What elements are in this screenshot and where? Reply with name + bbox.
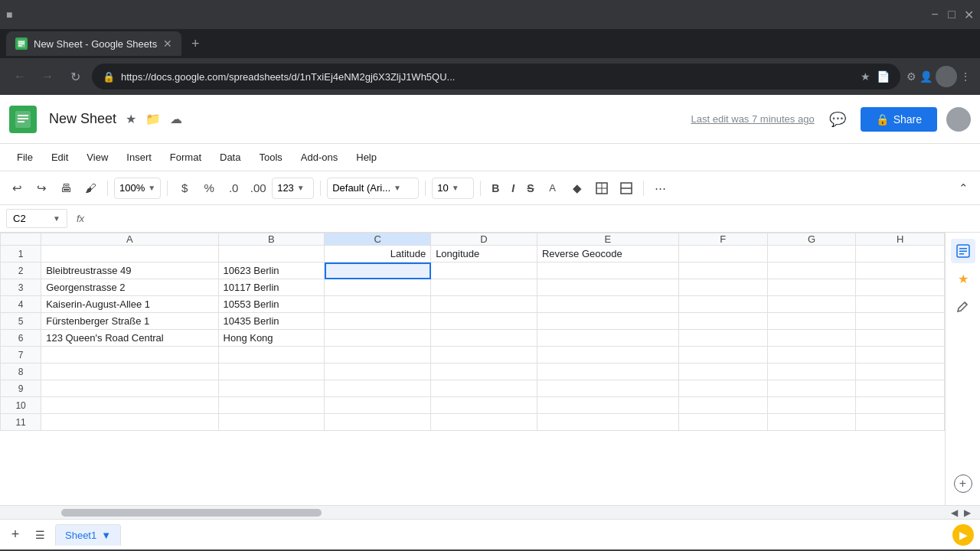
cell-g10[interactable] <box>767 397 856 414</box>
bold-button[interactable]: B <box>487 178 504 199</box>
cell-d7[interactable] <box>431 347 537 364</box>
col-header-b[interactable]: B <box>218 233 325 246</box>
maximize-button[interactable]: □ <box>946 9 957 20</box>
cell-b3[interactable]: 10117 Berlin <box>218 279 325 296</box>
sheet-explore-button[interactable]: ▶ <box>952 524 974 546</box>
cell-b5[interactable]: 10435 Berlin <box>218 313 325 330</box>
cell-c11[interactable] <box>325 414 431 431</box>
row-number-cell[interactable]: 9 <box>1 380 41 397</box>
cell-f7[interactable] <box>678 347 767 364</box>
menu-format[interactable]: Format <box>162 148 209 166</box>
sheet-tab-sheet1[interactable]: Sheet1 ▼ <box>55 524 121 546</box>
cell-g5[interactable] <box>767 313 856 330</box>
cell-h7[interactable] <box>856 347 945 364</box>
cell-a8[interactable] <box>41 364 218 380</box>
cell-d5[interactable] <box>431 313 537 330</box>
decimal-decrease-button[interactable]: .0 <box>223 178 244 199</box>
format-number-select[interactable]: 123 ▼ <box>272 178 314 199</box>
cell-b11[interactable] <box>218 414 325 431</box>
row-number-cell[interactable]: 10 <box>1 397 41 414</box>
cell-g7[interactable] <box>767 347 856 364</box>
cell-b8[interactable] <box>218 364 325 380</box>
merge-cells-button[interactable] <box>616 178 637 199</box>
print-button[interactable]: 🖶 <box>55 178 77 199</box>
cell-f8[interactable] <box>678 364 767 380</box>
cell-c9[interactable] <box>325 380 431 397</box>
sheet-tab-chevron-icon[interactable]: ▼ <box>101 530 111 541</box>
row-number-cell[interactable]: 11 <box>1 414 41 431</box>
cell-a1[interactable] <box>41 246 218 262</box>
italic-button[interactable]: I <box>507 178 519 199</box>
cell-e9[interactable] <box>537 380 678 397</box>
cell-g3[interactable] <box>767 279 856 296</box>
edit-panel-icon[interactable] <box>951 294 975 318</box>
col-header-f[interactable]: F <box>678 233 767 246</box>
menu-edit[interactable]: Edit <box>44 148 76 166</box>
cell-h11[interactable] <box>856 414 945 431</box>
cell-h3[interactable] <box>856 279 945 296</box>
reload-button[interactable]: ↻ <box>64 66 86 87</box>
row-number-cell[interactable]: 3 <box>1 279 41 296</box>
cell-f4[interactable] <box>678 296 767 313</box>
currency-button[interactable]: $ <box>174 178 195 199</box>
cell-d1[interactable]: Longitude <box>431 246 537 262</box>
cell-h4[interactable] <box>856 296 945 313</box>
cell-d4[interactable] <box>431 296 537 313</box>
row-number-cell[interactable]: 4 <box>1 296 41 313</box>
more-menu-icon[interactable]: ⋮ <box>960 70 971 83</box>
cell-d6[interactable] <box>431 330 537 347</box>
row-number-cell[interactable]: 6 <box>1 330 41 347</box>
cell-d11[interactable] <box>431 414 537 431</box>
cell-c2[interactable] <box>325 262 431 279</box>
browser-tab-sheets[interactable]: New Sheet - Google Sheets ✕ <box>6 31 181 56</box>
back-button[interactable]: ← <box>9 66 31 87</box>
cell-c3[interactable] <box>325 279 431 296</box>
cell-a9[interactable] <box>41 380 218 397</box>
add-panel-icon[interactable]: + <box>954 474 972 493</box>
cell-g4[interactable] <box>767 296 856 313</box>
cell-e11[interactable] <box>537 414 678 431</box>
cell-c5[interactable] <box>325 313 431 330</box>
cell-f5[interactable] <box>678 313 767 330</box>
user-avatar[interactable] <box>936 66 957 87</box>
minimize-button[interactable]: − <box>929 9 940 20</box>
cell-b1[interactable] <box>218 246 325 262</box>
menu-addons[interactable]: Add-ons <box>293 148 345 166</box>
col-header-c[interactable]: C <box>325 233 431 246</box>
cell-f11[interactable] <box>678 414 767 431</box>
menu-help[interactable]: Help <box>348 148 384 166</box>
user-profile-avatar[interactable] <box>946 107 971 132</box>
cell-e7[interactable] <box>537 347 678 364</box>
cell-e3[interactable] <box>537 279 678 296</box>
zoom-select[interactable]: 100% ▼ <box>114 178 161 199</box>
cell-f9[interactable] <box>678 380 767 397</box>
menu-data[interactable]: Data <box>212 148 248 166</box>
cell-f2[interactable] <box>678 262 767 279</box>
cell-c10[interactable] <box>325 397 431 414</box>
menu-view[interactable]: View <box>79 148 116 166</box>
row-number-cell[interactable]: 2 <box>1 262 41 279</box>
strikethrough-button[interactable]: S <box>522 178 538 199</box>
col-header-g[interactable]: G <box>767 233 856 246</box>
cell-d2[interactable] <box>431 262 537 279</box>
cell-g2[interactable] <box>767 262 856 279</box>
collapse-toolbar-button[interactable]: ⌃ <box>952 178 974 199</box>
add-sheet-button[interactable]: + <box>6 526 24 544</box>
cell-g6[interactable] <box>767 330 856 347</box>
cell-a4[interactable]: Kaiserin-August-Allee 1 <box>41 296 218 313</box>
decimal-increase-button[interactable]: .00 <box>247 178 269 199</box>
cell-g9[interactable] <box>767 380 856 397</box>
cell-b10[interactable] <box>218 397 325 414</box>
folder-icon[interactable]: 📁 <box>145 112 161 126</box>
col-header-h[interactable]: H <box>856 233 945 246</box>
cell-a7[interactable] <box>41 347 218 364</box>
cell-f6[interactable] <box>678 330 767 347</box>
paint-format-button[interactable]: 🖌 <box>80 178 101 199</box>
cell-d9[interactable] <box>431 380 537 397</box>
cell-reference-input[interactable]: C2 ▼ <box>6 209 67 228</box>
url-bar[interactable]: 🔒 https://docs.google.com/spreadsheets/d… <box>92 64 900 90</box>
scroll-right-icon[interactable]: ▶ <box>964 507 971 518</box>
cell-e6[interactable] <box>537 330 678 347</box>
menu-file[interactable]: File <box>9 148 41 166</box>
cell-d3[interactable] <box>431 279 537 296</box>
